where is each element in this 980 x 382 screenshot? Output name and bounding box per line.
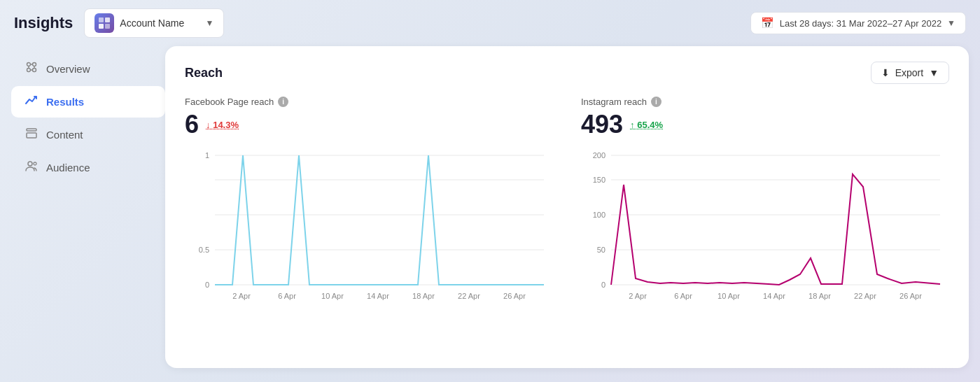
header: Insights Account Name ▼ 📅 Last 28 days: … <box>0 0 980 46</box>
svg-point-5 <box>33 63 36 66</box>
audience-icon <box>24 159 39 176</box>
overview-icon <box>24 60 39 78</box>
svg-text:2 Apr: 2 Apr <box>232 292 251 300</box>
sidebar-item-audience-label: Audience <box>46 162 90 174</box>
export-icon: ⬇ <box>881 67 890 78</box>
main-layout: Overview Results Content <box>0 46 980 379</box>
svg-text:26 Apr: 26 Apr <box>503 292 526 300</box>
sidebar: Overview Results Content <box>11 46 165 368</box>
svg-text:22 Apr: 22 Apr <box>458 292 480 300</box>
date-range-label: Last 28 days: 31 Mar 2022–27 Apr 2022 <box>780 18 941 29</box>
chevron-down-icon: ▼ <box>205 18 214 28</box>
facebook-chart-svg: 0 0.5 1 2 Apr 6 Apr 10 Apr 14 Apr 18 Apr… <box>185 145 553 313</box>
facebook-value: 6 <box>185 110 199 139</box>
results-icon <box>24 93 39 111</box>
svg-rect-12 <box>27 129 36 131</box>
instagram-value: 493 <box>581 110 623 139</box>
svg-text:1: 1 <box>205 151 209 160</box>
header-left: Insights Account Name ▼ <box>14 8 224 38</box>
svg-point-15 <box>34 162 36 165</box>
svg-text:18 Apr: 18 Apr <box>412 292 435 300</box>
instagram-chart-svg: 0 50 100 150 200 2 Apr 6 Apr 10 Apr 14 A… <box>581 145 949 313</box>
sidebar-item-overview-label: Overview <box>46 63 90 75</box>
svg-text:26 Apr: 26 Apr <box>899 292 922 300</box>
instagram-label: Instagram reach i <box>581 97 949 107</box>
svg-text:14 Apr: 14 Apr <box>367 292 389 300</box>
svg-text:10 Apr: 10 Apr <box>718 292 740 300</box>
page-title: Insights <box>14 14 73 32</box>
account-selector[interactable]: Account Name ▼ <box>84 8 224 38</box>
instagram-metric-row: 493 ↑ 65.4% <box>581 110 949 139</box>
facebook-chart: 0 0.5 1 2 Apr 6 Apr 10 Apr 14 Apr 18 Apr… <box>185 145 553 313</box>
svg-text:22 Apr: 22 Apr <box>854 292 876 300</box>
facebook-down-arrow-icon: ↓ <box>206 120 211 130</box>
svg-text:2 Apr: 2 Apr <box>629 292 647 300</box>
sidebar-item-results-label: Results <box>46 96 84 108</box>
svg-text:50: 50 <box>597 246 606 254</box>
svg-text:6 Apr: 6 Apr <box>278 292 296 300</box>
instagram-change-pct: 65.4% <box>637 120 663 130</box>
instagram-info-icon[interactable]: i <box>651 97 662 107</box>
instagram-chart: 0 50 100 150 200 2 Apr 6 Apr 10 Apr 14 A… <box>581 145 949 313</box>
sidebar-item-overview[interactable]: Overview <box>11 53 165 85</box>
export-button[interactable]: ⬇ Export ▼ <box>871 62 949 84</box>
svg-text:200: 200 <box>593 151 606 160</box>
svg-text:100: 100 <box>593 211 606 219</box>
facebook-chart-section: Facebook Page reach i 6 ↓ 14.3% <box>185 97 553 313</box>
sidebar-item-audience[interactable]: Audience <box>11 152 165 183</box>
facebook-line <box>215 155 544 285</box>
instagram-line <box>611 174 940 285</box>
facebook-info-icon[interactable]: i <box>278 97 288 107</box>
svg-text:150: 150 <box>593 176 606 184</box>
svg-rect-13 <box>27 133 36 138</box>
svg-text:6 Apr: 6 Apr <box>674 292 692 300</box>
account-name: Account Name <box>120 17 200 29</box>
instagram-up-arrow-icon: ↑ <box>630 120 635 130</box>
facebook-change: ↓ 14.3% <box>206 120 239 130</box>
account-avatar <box>94 13 114 33</box>
content-icon <box>24 126 39 143</box>
svg-rect-1 <box>105 17 110 22</box>
calendar-icon: 📅 <box>761 17 774 29</box>
svg-rect-2 <box>99 24 104 29</box>
date-range-chevron-icon: ▼ <box>947 18 955 28</box>
svg-rect-3 <box>105 24 110 29</box>
instagram-chart-section: Instagram reach i 493 ↑ 65.4% <box>581 97 949 313</box>
svg-text:0.5: 0.5 <box>199 246 209 254</box>
svg-point-4 <box>27 63 31 66</box>
sidebar-item-content[interactable]: Content <box>11 119 165 150</box>
svg-point-7 <box>33 69 36 72</box>
sidebar-item-results[interactable]: Results <box>11 86 165 118</box>
instagram-change: ↑ 65.4% <box>630 120 663 130</box>
facebook-change-pct: 14.3% <box>213 120 239 130</box>
facebook-label: Facebook Page reach i <box>185 97 553 107</box>
svg-point-6 <box>27 69 31 72</box>
export-label: Export <box>895 67 923 78</box>
svg-text:18 Apr: 18 Apr <box>808 292 831 300</box>
svg-rect-0 <box>99 17 104 22</box>
content-area: Reach ⬇ Export ▼ Facebook Page reach i 6… <box>165 46 969 368</box>
section-title: Reach <box>185 66 223 80</box>
charts-row: Facebook Page reach i 6 ↓ 14.3% <box>185 97 949 313</box>
svg-text:0: 0 <box>205 281 209 289</box>
svg-point-14 <box>28 162 32 166</box>
facebook-metric-row: 6 ↓ 14.3% <box>185 110 553 139</box>
export-chevron-icon: ▼ <box>929 67 939 78</box>
svg-text:0: 0 <box>601 281 606 289</box>
date-range-selector[interactable]: 📅 Last 28 days: 31 Mar 2022–27 Apr 2022 … <box>750 12 966 34</box>
sidebar-item-content-label: Content <box>46 129 83 141</box>
content-header: Reach ⬇ Export ▼ <box>185 62 949 84</box>
svg-text:10 Apr: 10 Apr <box>321 292 344 300</box>
svg-text:14 Apr: 14 Apr <box>763 292 785 300</box>
